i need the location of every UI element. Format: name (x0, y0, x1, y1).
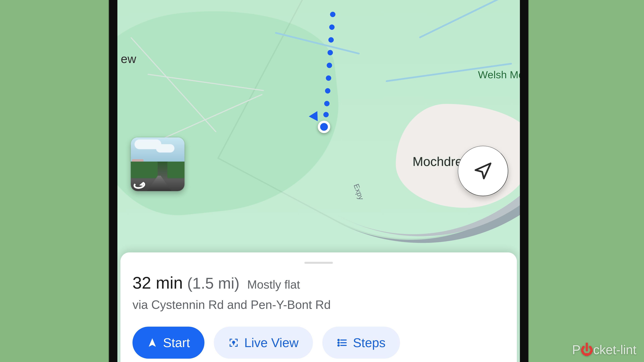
directions-sheet[interactable]: 32 min (1.5 mi) Mostly flat via Cystenni… (120, 252, 517, 362)
map-label-town: Mochdre (412, 154, 462, 169)
steps-button-label: Steps (353, 335, 386, 350)
route-terrain: Mostly flat (247, 278, 300, 291)
street-view-sky (131, 137, 184, 162)
route-dot (323, 112, 329, 117)
live-view-icon (228, 337, 239, 348)
route-duration: 32 min (132, 273, 183, 293)
street-view-hedge (131, 162, 158, 178)
route-dot (325, 88, 330, 93)
watermark: P⏻cket-lint (572, 343, 636, 357)
svg-point-4 (338, 339, 339, 341)
power-icon: ⏻ (580, 343, 593, 357)
action-row: Start Live View (132, 327, 505, 359)
start-button-label: Start (163, 335, 190, 350)
route-via: via Cystennin Rd and Pen-Y-Bont Rd (132, 298, 505, 312)
watermark-part: P (572, 343, 580, 357)
navigate-icon (147, 337, 158, 348)
svg-point-5 (338, 342, 339, 343)
route-dot (324, 101, 330, 106)
live-view-button-label: Live View (244, 335, 299, 350)
steps-button[interactable]: Steps (322, 327, 400, 359)
route-dot (327, 63, 332, 68)
cloud-icon (156, 144, 174, 152)
start-button[interactable]: Start (132, 327, 204, 359)
live-view-button[interactable]: Live View (214, 327, 313, 359)
route-summary: 32 min (1.5 mi) Mostly flat (132, 273, 505, 293)
map-label-poi: Welsh Mou (478, 69, 520, 81)
street-view-thumbnail[interactable] (131, 137, 184, 191)
svg-point-6 (338, 345, 339, 346)
route-dot (329, 24, 334, 30)
phone-frame: ew Mochdre Welsh Mou Expy (109, 0, 528, 362)
route-dot (328, 50, 333, 55)
route-dot (326, 75, 331, 81)
drag-handle[interactable] (304, 262, 333, 264)
list-icon (337, 337, 348, 348)
navigation-arrow-icon (473, 161, 493, 181)
map-label-partial: ew (121, 52, 136, 66)
route-dot (330, 12, 336, 17)
screen: ew Mochdre Welsh Mou Expy (118, 0, 520, 362)
street-view-hedge (167, 162, 184, 178)
recenter-button[interactable] (458, 146, 508, 196)
route-distance: (1.5 mi) (187, 275, 240, 292)
watermark-part: cket (593, 343, 616, 357)
current-location-dot (318, 121, 330, 133)
watermark-part: -lint (616, 343, 636, 357)
route-dot (328, 37, 334, 42)
